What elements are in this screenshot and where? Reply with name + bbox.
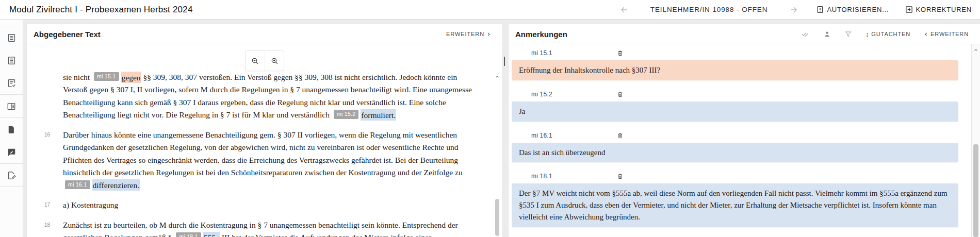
previous-participant-button[interactable]	[619, 5, 629, 14]
participant-status-label: TEILNEHMER/IN 10988 - OFFEN	[650, 6, 768, 13]
highlighted-text[interactable]: formuliert.	[361, 109, 396, 121]
annotation-item: mi 16.1 Das ist an sich überzeugend	[509, 131, 980, 163]
assign-person-button[interactable]	[823, 30, 831, 38]
zoom-in-button[interactable]	[265, 51, 284, 71]
magnifier-plus-icon	[270, 57, 279, 65]
annotation-card[interactable]: Ja	[512, 101, 958, 122]
annotation-card[interactable]: Das ist an sich überzeugend	[512, 143, 958, 163]
annotation-item: mi 15.1 Eröffnung der Inhaltskontrolle n…	[509, 48, 980, 80]
magnifier-minus-icon	[251, 57, 259, 65]
sort-updown-icon: ↕	[865, 31, 869, 38]
exit-box-icon	[905, 5, 913, 14]
trash-icon	[617, 132, 624, 139]
text-run: a) Kostentragung	[63, 200, 118, 209]
chevron-right-icon	[486, 32, 491, 37]
document-paragraph: 16Darüber hinaus könnte eine unangemesse…	[44, 129, 478, 192]
topbar-actions: AUTORISIEREN... KORREKTUREN	[816, 5, 972, 14]
participant-navigation: TEILNEHMER/IN 10988 - OFFEN	[619, 5, 799, 14]
sidebar-item-text-1[interactable]	[0, 26, 23, 49]
annotation-text: Das ist an sich überzeugend	[519, 148, 605, 157]
person-icon	[823, 30, 831, 38]
gutachten-button[interactable]: ↕ GUTACHTEN	[865, 31, 910, 38]
annotation-text: Der §7 MV weicht nicht vom §555a ab, wei…	[519, 189, 948, 221]
annotation-label-row: mi 15.1	[509, 48, 980, 58]
sidebar-item-comment-edit[interactable]	[0, 141, 23, 163]
annotation-text: Eröffnung der Inhaltskontrolle nach §307…	[519, 66, 660, 74]
trash-icon	[617, 173, 624, 180]
double-check-icon	[801, 30, 810, 38]
annotation-label-row: mi 18.1	[509, 172, 980, 181]
sidebar-item-text-2[interactable]	[0, 49, 23, 72]
document-paragraph: 17a) Kostentragung	[44, 199, 478, 211]
annotation-label: mi 15.1	[531, 49, 617, 57]
highlighted-text[interactable]: 555a	[203, 232, 220, 237]
text-run: sie nicht	[63, 73, 92, 81]
annotation-label-row: mi 16.1	[509, 131, 980, 140]
left-sidebar	[0, 20, 23, 237]
filter-button[interactable]	[844, 30, 852, 38]
annotation-marker-badge[interactable]: mi 18.1	[176, 232, 201, 237]
document-paragraph: sie nicht mi 15.1gegen §§ 309, 308, 307 …	[44, 71, 478, 122]
sidebar-item-document[interactable]	[0, 118, 23, 141]
authorize-button[interactable]: AUTORISIEREN...	[816, 5, 889, 14]
authorize-label: AUTORISIEREN...	[827, 6, 889, 13]
annotation-item: mi 18.1 Der §7 MV weicht nicht vom §555a…	[509, 172, 980, 227]
document-lines-icon	[7, 56, 17, 65]
annotation-marker-badge[interactable]: mi 16.1	[65, 180, 90, 189]
top-header-bar: Modul Zivilrecht I - Probeexamen Herbst …	[0, 0, 980, 20]
paragraph-number: 17	[44, 199, 63, 211]
annotation-label: mi 18.1	[531, 173, 617, 180]
exam-title: Modul Zivilrecht I - Probeexamen Herbst …	[9, 5, 193, 15]
scrollbar-thumb[interactable]	[973, 144, 978, 237]
delete-annotation-button[interactable]	[617, 91, 624, 98]
annotation-label: mi 16.1	[531, 132, 617, 139]
delete-annotation-button[interactable]	[617, 49, 624, 57]
paragraph-text: sie nicht mi 15.1gegen §§ 309, 308, 307 …	[63, 71, 478, 122]
corrections-button[interactable]: KORREKTUREN	[905, 5, 972, 14]
mark-all-done-button[interactable]	[801, 30, 810, 38]
scroll-up-button[interactable]	[972, 46, 979, 54]
annotation-marker-badge[interactable]: mi 15.2	[334, 110, 359, 118]
collapse-label: ERWEITERN	[930, 31, 969, 37]
zoom-out-button[interactable]	[246, 51, 265, 71]
next-participant-button[interactable]	[789, 5, 798, 14]
document-edit-icon	[7, 171, 17, 180]
sidebar-item-reader-view[interactable]	[0, 95, 23, 117]
filter-funnel-icon	[844, 30, 852, 38]
sidebar-item-text-check[interactable]	[0, 72, 23, 94]
collapse-annotations-button[interactable]: ERWEITERN	[924, 31, 969, 37]
highlighted-text[interactable]: gegen	[121, 72, 141, 83]
annotations-scrollbar[interactable]	[971, 44, 980, 237]
annotations-panel-header: Anmerkungen ↕	[509, 24, 980, 44]
submitted-text-panel: Abgegebener Text ERWEITERN	[26, 24, 503, 237]
annotations-list: mi 15.1 Eröffnung der Inhaltskontrolle n…	[509, 48, 980, 232]
highlighted-text[interactable]: differenzieren.	[92, 179, 140, 191]
expand-text-panel-button[interactable]: ERWEITERN	[446, 31, 491, 37]
delete-annotation-button[interactable]	[617, 132, 624, 139]
delete-annotation-button[interactable]	[617, 173, 624, 180]
correction-workspace: { "header": { "title": "Modul Zivilrecht…	[0, 0, 980, 237]
scrollbar-thumb[interactable]	[495, 199, 499, 236]
submitted-text-panel-header: Abgegebener Text ERWEITERN	[27, 24, 502, 44]
document-scrollbar[interactable]	[494, 73, 501, 237]
corrections-label: KORREKTUREN	[916, 6, 972, 13]
panel-title: Abgegebener Text	[34, 30, 101, 39]
annotation-marker-badge[interactable]: mi 15.1	[94, 72, 119, 81]
annotations-panel: Anmerkungen ↕	[508, 24, 980, 237]
annotation-card[interactable]: Der §7 MV weicht nicht vom §555a ab, wei…	[512, 183, 958, 227]
annotation-item: mi 15.2 Ja	[509, 90, 980, 122]
sidebar-item-document-edit[interactable]	[0, 164, 23, 187]
chevron-left-icon	[924, 32, 928, 37]
document-authorize-icon	[816, 5, 824, 14]
annotation-card[interactable]: Eröffnung der Inhaltskontrolle nach §307…	[512, 60, 958, 80]
paragraph-number: 18	[44, 219, 63, 237]
text-cursor	[504, 57, 505, 66]
document-filled-icon	[7, 125, 16, 134]
scroll-up-button[interactable]	[494, 73, 501, 80]
annotations-area: mi 15.1 Eröffnung der Inhaltskontrolle n…	[509, 44, 980, 237]
expand-label: ERWEITERN	[446, 31, 484, 37]
document-paragraph: 18Zunächst ist zu beurteilen, ob M durch…	[44, 219, 478, 237]
arrow-left-icon	[619, 5, 629, 14]
document-lines-icon	[7, 33, 17, 43]
text-run: III hat der Vermieter die Aufwendungen d…	[220, 233, 431, 237]
